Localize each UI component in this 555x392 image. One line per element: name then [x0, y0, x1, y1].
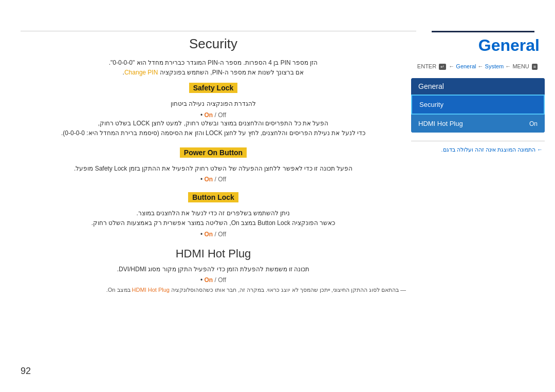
right-panel: General ENTER ↵ ← General ← System ← MEN… — [411, 36, 545, 153]
hdmi-off: Off — [218, 276, 226, 284]
button-lock-onoff: On / Off • — [21, 231, 406, 238]
hdmi-section: HDMI Hot Plug תכונה זו משמשת להפעלת הזמן… — [21, 247, 406, 293]
breadcrumb-menu: MENU — [512, 63, 529, 69]
hdmi-note-link: HDMI Hot Plug — [132, 287, 170, 293]
hdmi-desc1: תכונה זו משמשת להפעלת הזמן כדי להפעיל הת… — [21, 265, 406, 274]
safety-lock-bullet: • — [200, 111, 202, 119]
hdmi-title: HDMI Hot Plug — [21, 247, 406, 260]
page-number: 92 — [21, 366, 31, 377]
security-title: Security — [21, 36, 406, 52]
button-lock-section: Button Lock ניתן להשתמש בשלפרים זה כדי ל… — [21, 192, 406, 237]
hdmi-note: — בהתאם לסוג ההתקן החיצוני, ייתכן שהמסך … — [21, 287, 406, 293]
power-on-desc1: הפעל תכונה זו כדי לאפשר ללחצן ההפעלה של … — [21, 164, 406, 174]
menu-panel: General Security HDMI Hot Plug On — [411, 78, 545, 133]
footnote-text: התמונה המוצגת אינה זהה ועלולה בדגם. — [441, 146, 535, 153]
power-on-on: On — [205, 176, 213, 183]
top-divider-right — [432, 31, 534, 32]
hdmi-bullet: • — [200, 276, 202, 284]
right-divider — [411, 141, 545, 141]
power-on-bullet: • — [200, 176, 202, 183]
breadcrumb-arrow2: ← — [478, 63, 484, 69]
hdmi-note-suffix: במצב On. — [106, 287, 131, 293]
menu-item-hdmi-value: On — [529, 120, 538, 127]
left-content: Security הזן מספר PIN בן 4 הספרות. מספר … — [21, 36, 406, 361]
button-lock-desc1: ניתן להשתמש בשלפרים זה כדי לנעול את הלחצ… — [21, 209, 406, 218]
breadcrumb-arrow3: ← — [505, 63, 511, 69]
power-on-slash: / — [213, 176, 218, 183]
safety-lock-on: On — [205, 111, 213, 119]
breadcrumb-enter: ENTER — [417, 63, 436, 69]
hdmi-onoff: On / Off • — [21, 276, 406, 284]
footnote-arrow: ← — [535, 146, 543, 153]
menu-item-security[interactable]: Security — [411, 95, 545, 115]
power-on-onoff: On / Off • — [21, 176, 406, 183]
button-lock-off: Off — [218, 231, 226, 238]
safety-lock-desc2: הפעל את כל התפריסים והלחצנים במוצר ובשלט… — [21, 119, 406, 128]
menu-item-security-label: Security — [419, 101, 443, 108]
button-lock-header: Button Lock — [188, 192, 238, 202]
button-lock-bullet: • — [200, 231, 202, 238]
change-pin-link: Change PIN — [124, 69, 158, 76]
enter-icon: ↵ — [439, 64, 446, 70]
safety-lock-onoff: On / Off • — [21, 111, 406, 119]
button-lock-desc2: כאשר הפונקציה Button Lock במצב On, השליט… — [21, 218, 406, 228]
power-on-off: Off — [218, 176, 226, 183]
power-on-button-header: Power On Button — [180, 147, 247, 158]
safety-lock-desc1: להגדרת הפונקציה נעילה ביטחון — [21, 99, 406, 109]
right-footnote: ← התמונה המוצגת אינה זהה ועלולה בדגם. — [411, 146, 545, 153]
hdmi-note-dash: — — [399, 287, 406, 293]
menu-panel-header: General — [411, 78, 545, 95]
button-lock-slash: / — [213, 231, 218, 238]
pin-description: הזן מספר PIN בן 4 הספרות. מספר ה-PIN המו… — [21, 58, 406, 78]
hdmi-note-prefix: בהתאם לסוג ההתקן החיצוני, ייתכן שהמסך לא… — [171, 287, 399, 293]
menu-item-hdmi[interactable]: HDMI Hot Plug On — [411, 115, 545, 133]
top-divider-left — [21, 31, 416, 31]
breadcrumb-general: General — [456, 63, 476, 69]
breadcrumb: ENTER ↵ ← General ← System ← MENU ≡ — [411, 63, 545, 70]
safety-lock-section: Safety Lock להגדרת הפונקציה נעילה ביטחון… — [21, 83, 406, 138]
breadcrumb-system: System — [485, 63, 504, 69]
safety-lock-header: Safety Lock — [189, 83, 238, 93]
button-lock-on: On — [205, 231, 213, 238]
menu-icon: ≡ — [532, 64, 538, 70]
safety-lock-desc3: כדי לנעל את נעילת הפריסים והלחצנים, לחץ … — [21, 128, 406, 138]
hdmi-on: On — [205, 276, 213, 284]
hdmi-slash: / — [213, 276, 218, 284]
safety-lock-slash: / — [213, 111, 218, 119]
menu-item-hdmi-label: HDMI Hot Plug — [418, 120, 463, 127]
general-title: General — [411, 36, 545, 55]
power-on-button-section: Power On Button הפעל תכונה זו כדי לאפשר … — [21, 147, 406, 183]
pin-desc-line1: הזן מספר PIN בן 4 הספרות. מספר ה-PIN המו… — [109, 59, 318, 66]
breadcrumb-arrow1: ← — [449, 63, 454, 69]
safety-lock-off: Off — [218, 111, 226, 119]
pin-desc-line2: אם ברצונך לשנות את מספר ה-PIN, השתמש בפו… — [160, 69, 304, 76]
